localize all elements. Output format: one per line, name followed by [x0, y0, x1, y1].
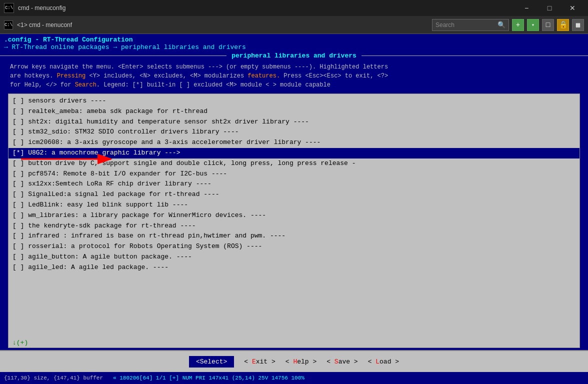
search-box: 🔍: [432, 19, 509, 31]
menu-instructions: Arrow keys navigate the menu. <Enter> se…: [0, 60, 588, 92]
list-item[interactable]: [ ] the kendryte-sdk package for rt-thre…: [8, 221, 580, 232]
list-item[interactable]: [ ] agile_button: A agile button package…: [8, 252, 580, 262]
list-item[interactable]: [ ] sx12xx:Semtech LoRa RF chip driver l…: [8, 179, 580, 190]
status-size: {117,30} size, {147,41} buffer: [4, 375, 103, 381]
menu-title: peripheral libraries and drivers: [226, 52, 362, 60]
search-icon: 🔍: [498, 21, 506, 29]
list-item[interactable]: [ ] LedBlink: easy led blink support lib…: [8, 200, 580, 210]
list-item[interactable]: [ ] icm20608: a 3-axis gyroscope and a 3…: [8, 138, 580, 148]
list-footer: ↓(+): [8, 338, 580, 348]
config-header: .config - RT-Thread Configuration → RT-T…: [0, 34, 588, 51]
list-item[interactable]: [ ] realtek_ameba: ameba sdk package for…: [8, 106, 580, 117]
close-button[interactable]: ✕: [561, 0, 584, 16]
app-icon: C:\: [4, 3, 14, 13]
window-controls: − □ ✕: [515, 0, 584, 16]
list-item[interactable]: [ ] wm_libraries: a library package for …: [8, 210, 580, 221]
list-item[interactable]: [ ] rosserial: a protocol for Robots Ope…: [8, 242, 580, 252]
main-content: .config - RT-Thread Configuration → RT-T…: [0, 34, 588, 372]
tab-icon: C:\: [4, 20, 13, 30]
search-input[interactable]: [436, 22, 496, 28]
help-button[interactable]: < Help >: [286, 358, 316, 366]
minimize-button[interactable]: −: [515, 0, 538, 16]
dropdown-button[interactable]: ▾: [527, 19, 539, 31]
list-item[interactable]: [ ] sensors drivers ----: [8, 96, 580, 106]
list-item[interactable]: [ ] button drive by C, support single an…: [8, 158, 580, 169]
list-container: [ ] sensors drivers ----[ ] realtek_ameb…: [8, 94, 580, 348]
list-item[interactable]: [*] U8G2: a monochrome graphic library -…: [8, 148, 580, 158]
add-tab-button[interactable]: +: [512, 19, 524, 31]
config-line2: → RT-Thread online packages → peripheral…: [4, 44, 584, 51]
tabbar: C:\ <1> cmd - menuconf 🔍 + ▾ □ 🔒 ▦: [0, 16, 588, 34]
status-position: « 180206[64] 1/1 [+] NUM PRI 147x41 (25,…: [113, 375, 304, 381]
list-item[interactable]: [ ] SignalLed:a signal led package for r…: [8, 190, 580, 200]
menu-title-bar: peripheral libraries and drivers: [0, 51, 588, 60]
statusbar: {117,30} size, {147,41} buffer « 180206[…: [0, 372, 588, 384]
grid-button[interactable]: ▦: [572, 19, 584, 31]
titlebar: C:\ cmd - menuconfig − □ ✕: [0, 0, 588, 16]
maximize-button[interactable]: □: [538, 0, 561, 16]
list-item[interactable]: [ ] agile_led: A agile led package. ----: [8, 262, 580, 273]
lock-button[interactable]: 🔒: [557, 19, 569, 31]
window-button[interactable]: □: [542, 19, 554, 31]
list-item[interactable]: [ ] stm32_sdio: STM32 SDIO controller dr…: [8, 127, 580, 138]
save-button[interactable]: < Save >: [326, 358, 358, 366]
window-title: cmd - menuconfig: [18, 4, 511, 12]
list-item[interactable]: [ ] sht2x: digital humidity and temperat…: [8, 117, 580, 128]
exit-button[interactable]: < Exit >: [244, 358, 275, 366]
config-line1: .config - RT-Thread Configuration: [4, 36, 584, 44]
tab-label[interactable]: <1> cmd - menuconf: [17, 22, 430, 28]
list-content: [ ] sensors drivers ----[ ] realtek_ameb…: [8, 94, 580, 338]
load-button[interactable]: < Load >: [368, 358, 399, 366]
bottom-buttons: <Select> < Exit > < Help > < Save > < Lo…: [0, 350, 588, 372]
list-item[interactable]: [ ] pcf8574: Remote 8-bit I/O expander f…: [8, 169, 580, 180]
menu-window: peripheral libraries and drivers Arrow k…: [0, 51, 588, 350]
select-button[interactable]: <Select>: [189, 356, 234, 368]
list-item[interactable]: [ ] infrared : infrared is base on rt-th…: [8, 231, 580, 242]
